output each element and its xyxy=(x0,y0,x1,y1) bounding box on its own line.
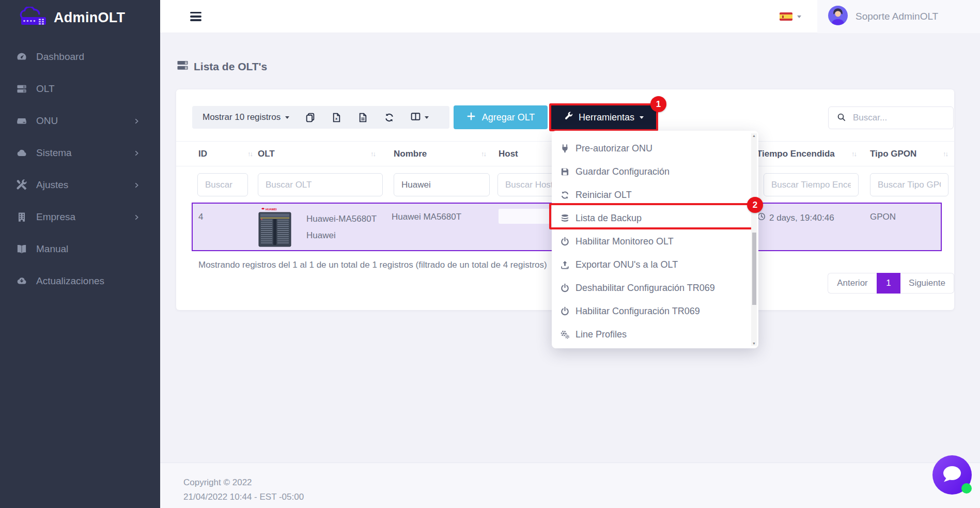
gears-icon xyxy=(559,330,570,340)
show-records-dropdown[interactable]: Mostrar 10 registros xyxy=(203,112,289,122)
refresh-icon[interactable] xyxy=(384,112,395,123)
cell-nombre: Huawei MA5680T xyxy=(392,212,461,222)
sidebar-item-olt[interactable]: OLT xyxy=(0,73,160,105)
device-icon xyxy=(15,115,28,127)
upload-icon xyxy=(559,260,570,270)
footer-datetime: 21/04/2022 10:44 - EST -05:00 xyxy=(183,490,980,504)
menu-item-guardar-configuracion[interactable]: Guardar Configuración xyxy=(552,160,758,183)
sort-icon[interactable]: ↑↓ xyxy=(851,150,860,158)
tools-icon xyxy=(15,179,28,191)
sidebar-toggle-button[interactable] xyxy=(190,12,201,23)
column-header-id[interactable]: ID↑↓ xyxy=(198,142,256,166)
server-icon xyxy=(15,83,28,95)
sidebar-item-label: Ajustes xyxy=(36,179,68,191)
sidebar-item-label: Actualizaciones xyxy=(36,275,104,287)
svg-text:HUAWEI: HUAWEI xyxy=(266,208,277,211)
olt-device-image: HUAWEI xyxy=(258,207,291,249)
pagination-next-button[interactable]: Siguiente xyxy=(900,273,954,294)
building-icon xyxy=(15,211,28,223)
pagination-previous-button[interactable]: Anterior xyxy=(828,273,877,294)
sidebar-nav: Dashboard OLT ONU Sistema xyxy=(0,41,160,297)
filter-tipo-input[interactable] xyxy=(870,173,948,196)
scroll-down-icon[interactable]: ▼ xyxy=(751,342,757,345)
menu-item-line-profiles[interactable]: Line Profiles xyxy=(552,323,758,346)
brand-logo[interactable]: AdminOLT xyxy=(17,7,125,28)
column-visibility-button[interactable] xyxy=(410,111,429,124)
sidebar-item-label: Dashboard xyxy=(36,51,84,63)
herramientas-dropdown-menu: Pre-autorizar ONU Guardar Configuración … xyxy=(552,131,758,348)
filter-id-input[interactable] xyxy=(197,173,248,196)
sidebar-item-dashboard[interactable]: Dashboard xyxy=(0,41,160,73)
search-icon xyxy=(836,112,846,124)
annotation-step-1-badge: 1 xyxy=(650,96,666,112)
herramientas-button[interactable]: Herramientas 1 xyxy=(549,103,658,131)
brand-name: AdminOLT xyxy=(54,10,125,26)
sidebar-item-onu[interactable]: ONU xyxy=(0,105,160,137)
sidebar-item-empresa[interactable]: Empresa xyxy=(0,201,160,233)
user-name: Soporte AdminOLT xyxy=(855,11,938,22)
power-icon xyxy=(559,237,570,247)
menu-item-lista-de-backup[interactable]: Lista de Backup xyxy=(552,207,758,230)
export-excel-icon[interactable]: x xyxy=(331,112,342,123)
power-icon xyxy=(559,283,570,294)
plus-icon xyxy=(466,112,476,124)
chevron-right-icon xyxy=(133,117,141,125)
svg-text:x: x xyxy=(335,116,338,121)
chevron-down-icon xyxy=(640,116,644,119)
page-title: Lista de OLT's xyxy=(176,59,267,74)
search-input[interactable] xyxy=(852,112,945,124)
column-header-tiempo-encendida[interactable]: Tiempo Encendida↑↓ xyxy=(757,142,860,166)
scrollbar-thumb[interactable] xyxy=(752,233,756,305)
add-olt-button[interactable]: Agregar OLT xyxy=(454,105,548,129)
chevron-right-icon xyxy=(133,149,141,157)
spain-flag-icon xyxy=(780,12,792,21)
menu-item-habilitar-configuracion-tr069[interactable]: Habilitar Configuración TR069 xyxy=(552,300,758,323)
menu-item-reiniciar-olt[interactable]: Reiniciar OLT xyxy=(552,183,758,207)
cell-olt-vendor: Huawei xyxy=(306,230,336,241)
chat-widget-button[interactable] xyxy=(932,455,972,495)
user-menu[interactable]: Soporte AdminOLT xyxy=(817,0,980,33)
database-icon xyxy=(559,213,570,224)
column-header-tipo-gpon[interactable]: Tipo GPON↑↓ xyxy=(870,142,952,166)
sidebar-item-sistema[interactable]: Sistema xyxy=(0,137,160,169)
column-header-nombre[interactable]: Nombre↑↓ xyxy=(394,142,490,166)
sort-icon[interactable]: ↑↓ xyxy=(247,150,256,158)
sort-icon[interactable]: ↑↓ xyxy=(481,150,490,158)
copy-icon[interactable] xyxy=(305,112,316,123)
footer-copyright: Copyright © 2022 xyxy=(183,475,980,490)
table-info-text: Mostrando registros del 1 al 1 de un tot… xyxy=(198,260,547,270)
sidebar-item-actualizaciones[interactable]: Actualizaciones xyxy=(0,265,160,297)
filter-olt-input[interactable] xyxy=(258,173,383,196)
save-icon xyxy=(559,167,570,177)
sort-icon[interactable]: ↑↓ xyxy=(370,150,379,158)
chevron-down-icon xyxy=(425,116,429,119)
table-search xyxy=(828,106,954,129)
menu-item-exportar-onus-a-la-olt[interactable]: Exportar ONU's a la OLT xyxy=(552,253,758,276)
sidebar-item-label: Manual xyxy=(36,243,68,255)
sidebar-item-manual[interactable]: Manual xyxy=(0,233,160,265)
annotation-step-2-badge: 2 xyxy=(747,197,763,213)
datatable-toolbar: Mostrar 10 registros x xyxy=(192,106,449,129)
filter-nombre-input[interactable] xyxy=(394,173,490,196)
sort-icon[interactable]: ↑↓ xyxy=(943,150,952,158)
menu-item-pre-autorizar-onu[interactable]: Pre-autorizar ONU xyxy=(552,137,758,160)
dropdown-scrollbar[interactable]: ▲ ▼ xyxy=(751,133,757,346)
sidebar-item-label: Empresa xyxy=(36,211,75,223)
menu-item-deshabilitar-configuracion-tr069[interactable]: Deshabilitar Configuración TR069 xyxy=(552,276,758,300)
brand-cloud-olt-icon xyxy=(17,7,49,28)
scroll-up-icon[interactable]: ▲ xyxy=(751,134,757,137)
plug-icon xyxy=(559,144,570,154)
sidebar-item-label: Sistema xyxy=(36,147,72,159)
filter-tiempo-input[interactable] xyxy=(764,173,859,196)
export-file-icon[interactable] xyxy=(357,112,368,123)
book-icon xyxy=(15,243,28,255)
column-header-olt[interactable]: OLT↑↓ xyxy=(258,142,379,166)
wrench-icon xyxy=(564,111,573,124)
language-selector[interactable] xyxy=(780,0,801,33)
sidebar-item-ajustes[interactable]: Ajustes xyxy=(0,169,160,201)
chevron-down-icon xyxy=(797,16,801,18)
menu-item-habilitar-monitoreo-olt[interactable]: Habilitar Monitoreo OLT xyxy=(552,230,758,253)
pagination-page-1[interactable]: 1 xyxy=(877,273,900,294)
columns-icon xyxy=(410,111,421,124)
power-icon xyxy=(559,306,570,317)
